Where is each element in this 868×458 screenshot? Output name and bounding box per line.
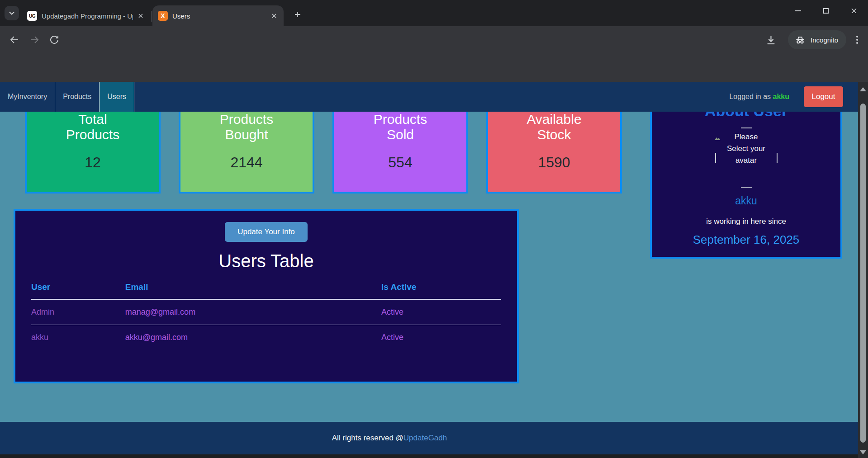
window-bottom-edge bbox=[0, 454, 868, 458]
bookmarks-bar: All Bookmarks bbox=[0, 53, 868, 82]
footer-link-updategadh[interactable]: UpdateGadh bbox=[403, 434, 447, 443]
about-username: akku bbox=[652, 195, 840, 207]
page-scrollbar[interactable] bbox=[858, 82, 868, 458]
tab-updategadh[interactable]: UG Updategadh Programming - Up bbox=[22, 5, 150, 26]
avatar-alt-text: Select your bbox=[716, 143, 777, 155]
minimize-button[interactable] bbox=[784, 0, 812, 22]
avatar-alt-text: Please bbox=[716, 131, 777, 143]
broken-image-edge bbox=[715, 153, 716, 163]
broken-image-edge bbox=[741, 187, 752, 188]
table-row: Admin manag@gmail.com Active bbox=[31, 299, 501, 325]
tab-close-icon[interactable] bbox=[270, 12, 278, 20]
cell-email: akku@gmail.com bbox=[125, 325, 381, 350]
xampp-favicon: X bbox=[158, 11, 168, 21]
card-title-line: Products bbox=[27, 127, 159, 142]
card-value: 554 bbox=[334, 154, 466, 171]
card-title-line: Products bbox=[180, 112, 313, 127]
footer-text: All rights reserved @ bbox=[332, 434, 403, 443]
tab-divider bbox=[151, 11, 152, 22]
tab-search-button[interactable] bbox=[5, 6, 19, 20]
site-footer: All rights reserved @UpdateGadh bbox=[0, 422, 858, 454]
maximize-button[interactable] bbox=[812, 0, 840, 22]
cell-is-active: Active bbox=[381, 325, 501, 350]
plus-icon bbox=[294, 11, 301, 18]
tab-users[interactable]: X Users bbox=[152, 5, 284, 26]
cell-email: manag@gmail.com bbox=[125, 299, 381, 325]
card-title-line: Bought bbox=[180, 127, 313, 142]
reload-button[interactable] bbox=[48, 33, 61, 46]
cell-user: akku bbox=[31, 325, 125, 350]
new-tab-button[interactable] bbox=[291, 8, 304, 21]
browser-menu-button[interactable] bbox=[856, 36, 858, 44]
scrollbar-up-arrow-icon[interactable] bbox=[860, 87, 866, 91]
card-title-line: Available bbox=[488, 112, 620, 127]
table-row: akku akku@gmail.com Active bbox=[31, 325, 501, 350]
column-header-email: Email bbox=[125, 282, 381, 299]
cell-is-active: Active bbox=[381, 299, 501, 325]
about-date: September 16, 2025 bbox=[652, 233, 840, 247]
close-icon bbox=[850, 7, 858, 14]
card-title-line: Products bbox=[334, 112, 466, 127]
avatar-alt-text: avatar bbox=[716, 155, 777, 166]
broken-image-edge bbox=[777, 153, 778, 163]
card-title-line: Sold bbox=[334, 127, 466, 142]
logout-button[interactable]: Logout bbox=[804, 86, 843, 107]
users-table-card: Update Your Info Users Table User Email … bbox=[14, 209, 519, 383]
tab-title: Users bbox=[172, 12, 266, 20]
cell-user: Admin bbox=[31, 299, 125, 325]
scrollbar-down-arrow-icon[interactable] bbox=[860, 450, 866, 454]
card-title-line: Stock bbox=[488, 127, 620, 142]
nav-item-products[interactable]: Products bbox=[55, 82, 100, 112]
tab-close-icon[interactable] bbox=[137, 12, 145, 20]
broken-image-edge bbox=[741, 127, 752, 128]
forward-button[interactable] bbox=[28, 33, 41, 46]
back-button[interactable] bbox=[8, 33, 21, 46]
logged-in-text: Logged in as bbox=[729, 93, 773, 100]
incognito-spy-icon bbox=[794, 34, 806, 46]
incognito-badge[interactable]: Incognito bbox=[788, 30, 846, 49]
window-controls bbox=[784, 0, 868, 22]
about-user-panel: About User Please Select your avatar akk… bbox=[650, 93, 842, 259]
avatar-broken-image[interactable]: Please Select your avatar bbox=[716, 127, 777, 163]
scrollbar-thumb[interactable] bbox=[860, 104, 866, 443]
browser-toolbar: localhost/t/Inventory_Management_In_PHP/… bbox=[0, 26, 868, 53]
nav-item-myinventory[interactable]: MyInventory bbox=[0, 82, 55, 112]
site-navbar: MyInventory Products Users Logged in as … bbox=[0, 82, 858, 112]
tab-title: Updategadh Programming - Up bbox=[42, 12, 133, 20]
update-info-button[interactable]: Update Your Info bbox=[225, 222, 308, 242]
users-table: User Email Is Active Admin manag@gmail.c… bbox=[31, 282, 501, 350]
card-value: 2144 bbox=[180, 154, 313, 171]
maximize-icon bbox=[823, 8, 829, 14]
card-value: 12 bbox=[27, 154, 159, 171]
chevron-down-icon bbox=[9, 10, 15, 16]
card-title-line: Total bbox=[27, 112, 159, 127]
close-button[interactable] bbox=[840, 0, 868, 22]
updategadh-favicon: UG bbox=[27, 11, 37, 21]
tab-strip: UG Updategadh Programming - Up X Users bbox=[0, 0, 868, 26]
broken-image-icon bbox=[714, 135, 721, 141]
card-value: 1590 bbox=[488, 154, 620, 171]
minimize-icon bbox=[795, 10, 801, 11]
nav-item-users[interactable]: Users bbox=[100, 82, 134, 112]
incognito-label: Incognito bbox=[811, 36, 838, 44]
logged-in-username: akku bbox=[773, 93, 789, 100]
users-table-title: Users Table bbox=[15, 251, 517, 271]
page-viewport: TotalProducts 12 ProductsBought 2144 Pro… bbox=[0, 82, 858, 458]
download-icon[interactable] bbox=[765, 34, 777, 46]
about-subtitle: is working in here since bbox=[652, 217, 840, 226]
column-header-user: User bbox=[31, 282, 125, 299]
column-header-is-active: Is Active bbox=[381, 282, 501, 299]
